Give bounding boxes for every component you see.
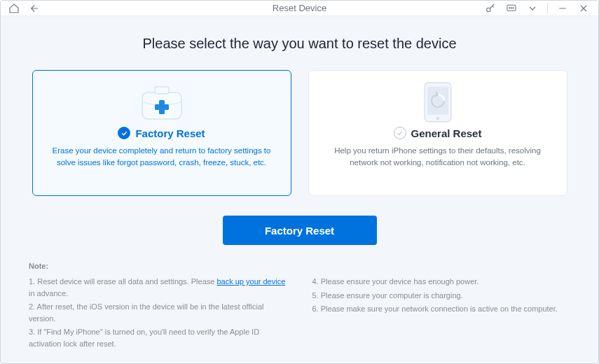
card-factory-title: Factory Reset bbox=[135, 127, 205, 139]
minimize-icon[interactable] bbox=[556, 2, 569, 15]
note-item: 1. Reset device will erase all data and … bbox=[29, 276, 287, 299]
titlebar-divider bbox=[547, 3, 548, 14]
app-window: Reset Device Please select the way you w… bbox=[0, 0, 599, 364]
card-general-title: General Reset bbox=[411, 127, 482, 139]
medical-kit-icon bbox=[134, 82, 190, 122]
note-item: 3. If "Find My iPhone" is turned on, you… bbox=[29, 326, 287, 349]
notes-section: Note: 1. Reset device will erase all dat… bbox=[29, 262, 570, 349]
card-factory-desc: Erase your device completely and return … bbox=[50, 145, 274, 169]
svg-rect-6 bbox=[155, 87, 169, 94]
page-heading: Please select the way you want to reset … bbox=[29, 36, 570, 52]
notes-left-column: 1. Reset device will erase all data and … bbox=[29, 276, 287, 349]
check-circle-icon bbox=[118, 127, 130, 139]
titlebar: Reset Device bbox=[1, 1, 598, 16]
svg-point-11 bbox=[436, 117, 439, 120]
backup-link[interactable]: back up your device bbox=[216, 277, 285, 286]
svg-point-2 bbox=[509, 7, 510, 8]
key-icon[interactable] bbox=[484, 2, 497, 15]
note-item: 5. Please ensure your computer is chargi… bbox=[312, 290, 571, 302]
factory-reset-button[interactable]: Factory Reset bbox=[223, 216, 377, 245]
close-icon[interactable] bbox=[577, 2, 590, 15]
back-icon[interactable] bbox=[27, 2, 40, 15]
note-item: 2. After reset, the iOS version in the d… bbox=[29, 301, 287, 324]
svg-rect-10 bbox=[427, 87, 448, 115]
svg-point-0 bbox=[487, 8, 490, 11]
notes-right-column: 4. Please ensure your device has enough … bbox=[312, 276, 571, 349]
note-item: 4. Please ensure your device has enough … bbox=[312, 276, 571, 288]
home-icon[interactable] bbox=[8, 2, 20, 15]
svg-rect-8 bbox=[155, 104, 169, 110]
note-item: 6. Please make sure your network connect… bbox=[312, 303, 571, 315]
card-general-reset[interactable]: General Reset Help you return iPhone set… bbox=[308, 70, 567, 196]
svg-point-4 bbox=[513, 7, 514, 8]
content-area: Please select the way you want to reset … bbox=[1, 16, 598, 363]
svg-point-3 bbox=[511, 7, 511, 8]
card-factory-reset[interactable]: Factory Reset Erase your device complete… bbox=[32, 70, 291, 196]
notes-label: Note: bbox=[29, 262, 570, 270]
feedback-icon[interactable] bbox=[505, 2, 518, 15]
chevron-down-icon[interactable] bbox=[526, 2, 539, 15]
phone-reset-icon bbox=[410, 82, 466, 122]
option-cards: Factory Reset Erase your device complete… bbox=[29, 70, 570, 196]
card-general-desc: Help you return iPhone settings to their… bbox=[326, 145, 550, 169]
check-circle-outline-icon bbox=[394, 127, 406, 139]
